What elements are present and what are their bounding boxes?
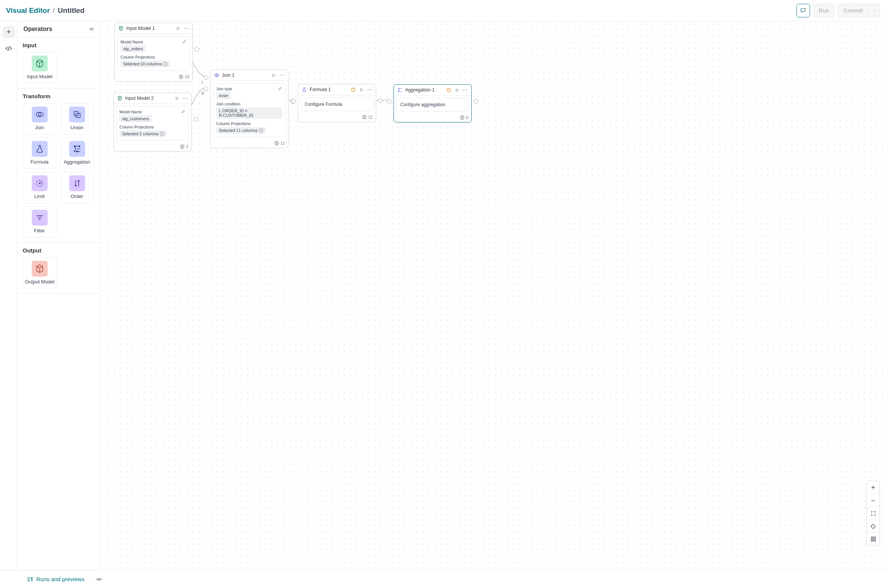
edit-node-button[interactable]: [278, 86, 282, 92]
canvas-wrap: Input Model 1 ⋯ Model Name stg_orders Co…: [99, 21, 886, 570]
column-count: 2: [186, 144, 188, 149]
info-icon[interactable]: i: [163, 62, 167, 66]
svg-point-18: [871, 525, 875, 528]
node-body[interactable]: Model Name stg_customers Column Projecti…: [116, 106, 189, 141]
node-more-button[interactable]: ⋯: [279, 72, 285, 78]
info-icon[interactable]: i: [259, 128, 263, 133]
ai-action-button[interactable]: [796, 4, 810, 17]
op-label: Input Model: [27, 74, 53, 79]
node-warning-icon[interactable]: [446, 87, 452, 93]
field-label: Column Projections: [121, 55, 187, 59]
op-output-model[interactable]: Output Model: [23, 257, 57, 289]
svg-rect-21: [871, 540, 872, 541]
grid-button[interactable]: [867, 532, 880, 545]
app-name[interactable]: Visual Editor: [6, 6, 50, 15]
plus-icon: [6, 29, 12, 35]
commit-button[interactable]: Commit: [838, 4, 869, 17]
input-port-r[interactable]: [204, 87, 208, 91]
run-node-button[interactable]: [358, 87, 364, 93]
output-port[interactable]: [474, 99, 478, 104]
edit-node-button[interactable]: [181, 109, 186, 115]
port-label-r: R: [201, 91, 204, 96]
node-input-model-1[interactable]: Input Model 1 ⋯ Model Name stg_orders Co…: [115, 23, 193, 82]
info-icon[interactable]: i: [160, 132, 164, 136]
svg-point-5: [79, 146, 80, 147]
op-label: Output Model: [25, 279, 54, 285]
op-join[interactable]: Join: [23, 103, 56, 135]
cube-icon: [35, 264, 44, 273]
op-order[interactable]: Order: [60, 172, 94, 203]
union-icon: [73, 110, 82, 119]
op-label: Limit: [34, 193, 45, 199]
breadcrumb-sep: /: [53, 6, 55, 14]
input-port-l[interactable]: [204, 75, 208, 80]
run-node-button[interactable]: [174, 95, 180, 101]
node-more-button[interactable]: ⋯: [462, 87, 468, 93]
field-label: Column Projections: [216, 121, 282, 126]
limit-icon: [35, 179, 44, 188]
play-icon: [176, 26, 180, 31]
add-button[interactable]: [3, 26, 15, 38]
join-icon: [214, 73, 219, 78]
aggregation-icon: [397, 87, 403, 93]
op-filter[interactable]: Filter: [23, 206, 56, 238]
output-port[interactable]: [194, 117, 198, 122]
cube-icon: [117, 96, 122, 101]
node-join-1[interactable]: L R Join 1 ⋯ Join type Inner: [210, 70, 288, 148]
op-limit[interactable]: Limit: [23, 172, 56, 203]
node-footer: 2: [114, 143, 191, 151]
center-button[interactable]: [867, 520, 880, 532]
sidebar-title: Operators: [23, 26, 52, 32]
configure-aggregation-button[interactable]: Configure aggregation: [396, 98, 469, 111]
run-node-button[interactable]: [454, 87, 460, 93]
field-label: Column Projections: [119, 125, 186, 129]
model-chip: stg_orders: [121, 45, 146, 52]
node-aggregation-1[interactable]: Aggregation 1 ⋯ Configure aggregation 0: [393, 84, 472, 122]
output-port[interactable]: [195, 47, 199, 52]
node-body[interactable]: Model Name stg_orders Column Projections…: [117, 36, 190, 71]
runs-previews-button[interactable]: Runs and previews: [26, 576, 85, 583]
page-title[interactable]: Untitled: [58, 6, 85, 15]
projection-chip: Selected 11 columnsi: [216, 127, 266, 134]
zoom-in-button[interactable]: [867, 481, 880, 494]
node-input-model-2[interactable]: Input Model 2 ⋯ Model Name stg_customers…: [113, 93, 192, 152]
op-input-model[interactable]: Input Model: [23, 52, 57, 84]
input-port[interactable]: [291, 99, 296, 103]
plus-icon: [870, 484, 876, 491]
node-body[interactable]: Join type Inner Join condition L.ORDER_I…: [213, 83, 286, 137]
minus-icon: [870, 498, 876, 504]
output-port[interactable]: [378, 99, 383, 103]
op-union[interactable]: Union: [60, 103, 94, 135]
fullscreen-button[interactable]: [867, 507, 880, 520]
section-input-title: Input: [23, 42, 94, 48]
node-warning-icon[interactable]: [350, 87, 356, 93]
node-more-button[interactable]: ⋯: [367, 87, 373, 93]
run-node-button[interactable]: [271, 72, 277, 78]
section-transform: Transform Join Union Formula: [17, 88, 99, 243]
node-more-button[interactable]: ⋯: [182, 95, 188, 101]
code-view-button[interactable]: [3, 42, 15, 54]
node-more-button[interactable]: ⋯: [183, 25, 189, 31]
canvas[interactable]: Input Model 1 ⋯ Model Name stg_orders Co…: [99, 21, 886, 570]
run-node-button[interactable]: [175, 25, 181, 31]
node-footer: 10: [115, 73, 192, 81]
section-input: Input Input Model: [17, 37, 99, 88]
commit-more-button[interactable]: [869, 4, 880, 17]
bottom-toggle[interactable]: [95, 576, 103, 582]
op-aggregation[interactable]: Aggregation: [60, 138, 94, 169]
columns-icon: [362, 115, 367, 119]
run-button[interactable]: Run: [813, 4, 835, 17]
configure-formula-button[interactable]: Configure Formula: [300, 97, 373, 111]
edit-node-button[interactable]: [182, 39, 187, 45]
collapse-sidebar-button[interactable]: <<: [89, 26, 93, 32]
op-formula[interactable]: Formula: [23, 138, 56, 169]
play-icon: [272, 73, 276, 77]
play-icon: [175, 96, 179, 101]
node-formula-1[interactable]: Formula 1 ⋯ Configure Formula 12: [298, 84, 376, 122]
input-port[interactable]: [387, 99, 392, 104]
svg-point-24: [98, 578, 100, 580]
pencil-icon: [181, 109, 186, 114]
op-label: Formula: [31, 159, 49, 165]
zoom-out-button[interactable]: [867, 494, 880, 507]
play-icon: [455, 88, 459, 92]
